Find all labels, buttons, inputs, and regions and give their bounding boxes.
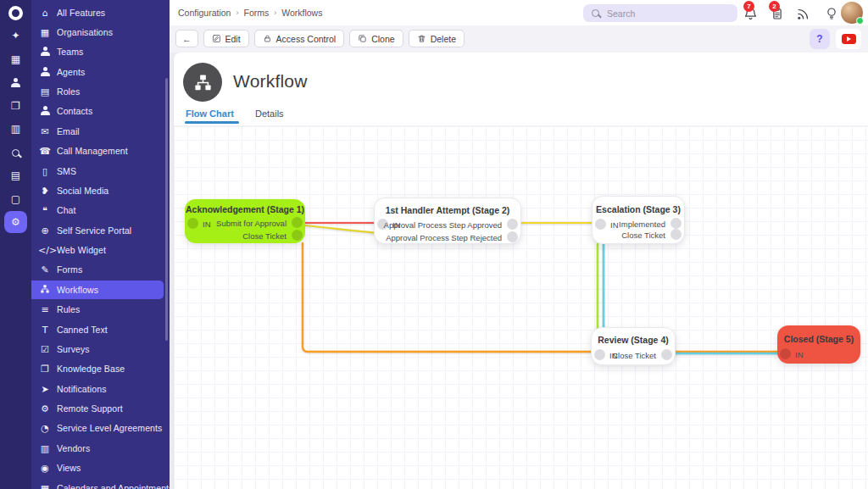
sidebar-item-label: Views [57, 463, 81, 473]
port-out-stage3-close-ticket[interactable] [670, 229, 682, 240]
sidebar-item-remote-support[interactable]: ⚙Remote Support [27, 399, 164, 418]
help-button[interactable]: ? [810, 29, 830, 49]
sidebar-item-workflows[interactable]: Workflows [27, 281, 164, 299]
survey-icon: ☑ [41, 344, 49, 355]
port-in-stage1[interactable] [187, 218, 198, 229]
breadcrumb-forms[interactable]: Forms [243, 8, 269, 18]
rail-logo-button[interactable] [4, 2, 27, 24]
sidebar-item-self-service-portal[interactable]: ⊕Self Service Portal [27, 221, 164, 240]
sidebar-item-notifications[interactable]: ➤Notifications [27, 380, 164, 398]
globe-icon: ⊕ [41, 225, 48, 236]
port-out-stage1-submit-for-approval[interactable] [292, 217, 303, 228]
node-stage3[interactable]: Escalation (Stage 3)INImplementedClose T… [592, 196, 685, 244]
toolbar: ← Edit Access Control Clone Delete ? [170, 25, 868, 53]
rail-document-button[interactable]: ▤ [4, 164, 27, 186]
tab-flow-chart[interactable]: Flow Chart [186, 108, 234, 119]
agent-icon [38, 67, 52, 78]
bell-badge: 7 [743, 1, 754, 12]
sidebar-item-forms[interactable]: ✎Forms [27, 260, 164, 279]
port-in-stage4[interactable] [594, 349, 605, 360]
node-title: Review (Stage 4) [592, 335, 675, 345]
rail-user-button[interactable] [4, 71, 27, 93]
rail-fleet-button[interactable]: ▥ [4, 118, 27, 140]
rail-settings-button[interactable]: ⚙ [4, 211, 27, 233]
sidebar-item-roles[interactable]: ▤Roles [27, 82, 164, 101]
twitter-icon: ❥ [41, 186, 48, 197]
sidebar-item-chat[interactable]: ❝Chat [27, 201, 164, 219]
search-input[interactable] [605, 8, 715, 19]
text-icon: T [42, 325, 48, 336]
port-in-stage3[interactable] [595, 219, 606, 230]
rail-calendar-button[interactable]: ▦ [4, 48, 27, 70]
rail-pin-button[interactable]: ✦ [4, 25, 27, 47]
sidebar-item-calendars-and-appointments[interactable]: ▦Calendars and Appointments [27, 479, 164, 489]
breadcrumb-separator: › [236, 8, 238, 17]
sidebar-item-call-management[interactable]: ☎Call Management [27, 142, 164, 160]
tab-details[interactable]: Details [255, 108, 284, 119]
sidebar-item-vendors[interactable]: ▥Vendors [27, 439, 164, 458]
lock-icon [263, 34, 272, 43]
port-out-stage3-implemented[interactable] [670, 218, 682, 229]
edit-button[interactable]: Edit [203, 30, 249, 47]
survey-icon: ☑ [38, 344, 52, 355]
sms-icon: ▯ [42, 166, 47, 177]
sidebar-item-organisations[interactable]: ▦Organisations [27, 23, 164, 42]
sidebar-item-service-level-agreements[interactable]: ◔Service Level Agreements [27, 419, 164, 437]
ideas-bulb-button[interactable] [822, 4, 841, 23]
sidebar-item-all-features[interactable]: ⌂All Features [27, 3, 164, 22]
sidebar-item-knowledge-base[interactable]: ❐Knowledge Base [27, 359, 164, 378]
send-icon: ➤ [38, 384, 52, 395]
rss-feed-button[interactable] [794, 4, 813, 23]
port-in-stage5[interactable] [780, 348, 791, 359]
text-icon: T [38, 325, 52, 336]
breadcrumb-configuration[interactable]: Configuration [178, 8, 231, 18]
sla-icon: ◔ [41, 423, 49, 434]
sidebar-item-agents[interactable]: Agents [27, 63, 164, 81]
sidebar-item-label: Surveys [57, 344, 90, 354]
port-out-stage1-close-ticket[interactable] [292, 230, 303, 241]
topbar: Configuration › Forms › Workflows 7 2 [170, 0, 868, 25]
output-label: Close Ticket [612, 351, 656, 360]
node-stage4[interactable]: Review (Stage 4)INClose Ticket [591, 327, 676, 365]
sidebar-item-surveys[interactable]: ☑Surveys [27, 340, 164, 358]
output-label: Approval Process Step Rejected [386, 233, 502, 242]
connection-stage1-closeticket-to-stage5-in [303, 243, 781, 352]
user-avatar[interactable] [841, 2, 863, 24]
contact-icon [41, 106, 50, 115]
contact-icon [38, 106, 52, 117]
node-stage2[interactable]: 1st Handler Attempt (Stage 2)INApproval … [374, 197, 521, 244]
sidebar-item-teams[interactable]: Teams [27, 42, 164, 61]
clone-button[interactable]: Clone [349, 30, 403, 47]
youtube-button[interactable] [836, 29, 861, 49]
sidebar-item-email[interactable]: ✉Email [27, 122, 164, 141]
sidebar-item-sms[interactable]: ▯SMS [27, 162, 164, 181]
global-search[interactable] [583, 4, 737, 22]
sidebar-scrollbar[interactable] [165, 78, 168, 341]
port-out-stage2-approval-process-step-approved[interactable] [507, 219, 518, 230]
rail-monitor-button[interactable]: ▢ [4, 188, 27, 210]
rail-search-button[interactable] [4, 142, 27, 164]
back-button[interactable]: ← [175, 30, 198, 47]
node-stage1[interactable]: Acknowledgement (Stage 1)INSubmit for Ap… [185, 199, 305, 243]
sidebar-item-label: Email [57, 126, 80, 136]
sidebar-item-views[interactable]: ◉Views [27, 458, 164, 477]
sidebar-item-canned-text[interactable]: TCanned Text [27, 320, 164, 339]
delete-button[interactable]: Delete [409, 30, 465, 47]
sidebar-item-label: Self Service Portal [57, 225, 131, 236]
access-control-button[interactable]: Access Control [254, 30, 345, 47]
breadcrumb: Configuration › Forms › Workflows [178, 0, 322, 25]
sidebar-nav: ⌂All Features▦OrganisationsTeamsAgents▤R… [31, 0, 170, 489]
flowchart-canvas[interactable]: Acknowledgement (Stage 1)INSubmit for Ap… [174, 125, 868, 489]
building-icon: ▦ [38, 27, 52, 38]
sidebar-item-label: Notifications [57, 384, 107, 394]
sidebar-item-rules[interactable]: ≡Rules [27, 300, 164, 319]
sidebar-item-web-widget[interactable]: </>Web Widget [27, 241, 164, 259]
rail-package-button[interactable]: ❐ [4, 95, 27, 117]
sidebar-item-contacts[interactable]: Contacts [27, 102, 164, 120]
port-out-stage2-approval-process-step-rejected[interactable] [507, 231, 518, 242]
port-out-stage4-close-ticket[interactable] [661, 349, 672, 360]
sidebar-item-social-media[interactable]: ❥Social Media [27, 181, 164, 200]
node-stage5[interactable]: Closed (Stage 5)IN [777, 325, 860, 364]
breadcrumb-workflows[interactable]: Workflows [281, 8, 322, 18]
list-icon: ≡ [38, 304, 52, 315]
